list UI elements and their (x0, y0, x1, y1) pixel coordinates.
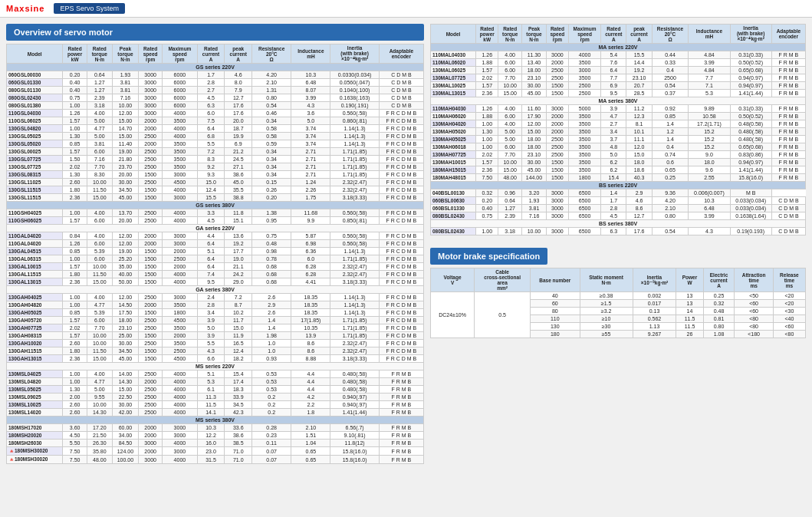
brake-electric-cell: 0.48 (703, 308, 735, 315)
brake-electric-cell: 0.25 (703, 292, 735, 300)
brake-static-header: Static momentN·m (580, 268, 633, 292)
table-row: 130MAL130152.3615.0045.00150025009.528.5… (431, 90, 806, 97)
brake-section-title: Motor brake specification (430, 248, 547, 265)
table-row: 180MSH260305.5026.3084.503000400016.038.… (7, 440, 424, 447)
table-row: 180MSH170203.6017.2060.002000300010.333.… (7, 424, 424, 432)
table-row: 130GAL100151.5710.0035.00150020006.421.1… (7, 263, 424, 271)
col-rated-power: RatedpowerkW (63, 44, 87, 64)
brake-base-cell: 180 (531, 331, 580, 338)
brake-base-cell: 110 (531, 315, 580, 323)
table-row: 130MAH050201.305.0015.00200035003.410.11… (431, 128, 806, 136)
brake-power-cell: 13 (676, 292, 703, 300)
table-row: 130MAH040201.004.0012.00200035002.78.11.… (431, 120, 806, 128)
brake-electric-cell: 1.08 (703, 331, 735, 338)
table-row: 130GSL048201.004.7714.70200040006.418.70… (7, 125, 424, 133)
r-col-model: Model (431, 25, 476, 44)
brake-static-cell: ≥3.2 (580, 308, 633, 315)
table-row: 130GAL115151.8011.5040.00150040007.424.2… (7, 271, 424, 278)
col-peak-torque: PeaktorqueN·m (112, 44, 138, 64)
table-row: 110GSL060251.575.0015.00200035007.520.00… (7, 117, 424, 125)
table-row: 110MAH040301.264.0011.60300050003.911.20… (431, 105, 806, 113)
col-inertia: Inertia(with brake)×10⁻⁴kg·m² (330, 44, 379, 64)
r-col-inertia: Inertia(with brake)×10⁻⁴kg·m² (730, 25, 771, 44)
table-row: 130MAL060251.576.0018.00250030006.419.20… (431, 67, 806, 74)
brake-base-cell: 40 (531, 292, 580, 300)
table-row: 130GAH040251.004.0012.00250030002.47.22.… (7, 294, 424, 301)
left-panel: Overview of servo motor Model Ratedpower… (6, 24, 424, 464)
col-resistance: Resistance20°CΩ (252, 44, 291, 64)
brake-inertia-cell: 0.562 (633, 315, 676, 323)
system-label: EPS Servo System (54, 3, 125, 14)
table-row: 080BSL024301.003.1810.00300065006.317.60… (431, 228, 806, 235)
r-col-rated-power: RatedpowerkW (476, 25, 498, 44)
brake-table-row: DC24±10%0.540≥0.380.002130.25<50<20 (431, 292, 806, 300)
brake-release-cell: <80 (773, 331, 805, 338)
table-row: 130GSL115151.8011.5034.501500400012.435.… (7, 186, 424, 194)
table-row: 130GAL045150.855.3919.00150020005.117.70… (7, 248, 424, 255)
table-row: 110MAL040301.264.0011.30300040005.415.50… (431, 51, 806, 59)
brake-electric-cell: 0.80 (703, 323, 735, 331)
main-content: Overview of servo motor Model Ratedpower… (0, 18, 812, 470)
table-row: 110GSL040301.264.0012.00300040006.017.60… (7, 110, 424, 117)
table-row: 180MAH480157.5048.00144.001500180015.440… (431, 174, 806, 182)
table-row: 110GAL040201.266.0012.00200030006.419.20… (7, 240, 424, 248)
r-col-peak-torque: PeaktorqueN·m (521, 25, 546, 44)
table-row: 110GSH040251.004.0013.70250040003.311.81… (7, 209, 424, 217)
table-row: 130GSL083151.308.3020.00150030009.338.60… (7, 171, 424, 179)
brake-power-cell: 11.5 (676, 323, 703, 331)
r-col-rated-speed: Ratedspeedrpm (546, 25, 568, 44)
brake-static-cell: ≥0.38 (580, 292, 633, 300)
brake-release-cell: <40 (773, 315, 805, 323)
r-col-max-speed: Maximumspeedrpm (568, 25, 600, 44)
table-row: 130GAH057201.576.0018.00250045003.911.71… (7, 317, 424, 324)
r-col-rated-current: RatedcurrentA (601, 25, 626, 44)
table-row: 130GSL110252.6010.0030.002500450015.045.… (7, 179, 424, 186)
col-max-speed: Maximumspeedrpm (163, 44, 198, 64)
table-row: 130GAH115151.8011.5034.50150025004.312.4… (7, 347, 424, 355)
right-panel: Model RatedpowerkW RatedtorqueN·m Peakto… (430, 24, 806, 464)
overview-title: Overview of servo motor (6, 24, 424, 41)
table-row: 130MAH077252.027.7023.10250035005.015.00… (431, 151, 806, 159)
table-row: 130MSL048201.004.7714.30200040005.317.40… (7, 378, 424, 386)
col-rated-torque: RatedtorqueN·m (87, 44, 112, 64)
brake-attraction-cell: <60 (735, 308, 773, 315)
table-row: 180MAH150152.3615.0045.00150035006.218.6… (431, 166, 806, 174)
table-row: 130GAH050250.855.3917.50150018003.410.22… (7, 309, 424, 317)
table-row: 080BSL024300.752.397.16300065004.512.70.… (431, 212, 806, 220)
brake-cca-cell: 0.5 (475, 292, 531, 338)
col-peak-current: peakcurrentA (225, 44, 252, 64)
r-col-peak-current: peakcurrentA (626, 25, 652, 44)
brake-attraction-cell: <180 (735, 331, 773, 338)
brake-release-cell: <30 (773, 308, 805, 315)
table-row: 130MSL050251.305.0015.00250040006.118.30… (7, 386, 424, 394)
table-row: 110GAL040200.844.0012.00200030004.413.60… (7, 232, 424, 240)
brake-table: VoltageV Cablecross-sectionalareamm² Bas… (430, 268, 806, 338)
brake-electric-cell: 0.32 (703, 300, 735, 308)
brake-base-cell: 60 (531, 300, 580, 308)
table-row: 060BSL013300.401.273.81300065002.88.62.1… (431, 205, 806, 212)
brake-release-header: Releasetimems (773, 268, 805, 292)
table-row: 130MAH050251.005.0018.00250035003.711.11… (431, 136, 806, 143)
table-row: 130GSL077251.507.1621.80250035008.324.50… (7, 156, 424, 163)
brake-power-cell: 14 (676, 308, 703, 315)
brake-attraction-header: Attractiontimems (735, 268, 773, 292)
brake-inertia-cell: 1.13 (633, 323, 676, 331)
brake-cca-header: Cablecross-sectionalareamm² (475, 268, 531, 292)
table-row: 130MSL040251.004.0014.00250040005.115.40… (7, 370, 424, 378)
brake-release-cell: <20 (773, 292, 805, 300)
brake-attraction-cell: <80 (735, 315, 773, 323)
table-row: 130GSL050251.305.0015.00250040006.819.90… (7, 133, 424, 140)
table-row: 130MAH060181.006.0018.00250035004.812.00… (431, 143, 806, 151)
table-row: 060GSL000300.200.641.93300060001.74.64.2… (7, 71, 424, 79)
brake-inertia-cell: 0.13 (633, 308, 676, 315)
brake-electric-cell: 0.81 (703, 315, 735, 323)
brake-static-cell: ≥1.5 (580, 300, 633, 308)
table-row: 060GSL013300.401.273.81300060002.88.02.1… (7, 79, 424, 87)
brake-power-cell: 26 (676, 331, 703, 338)
brake-attraction-cell: <50 (735, 292, 773, 300)
table-row: 130GAH048201.004.7714.50200035002.88.72.… (7, 301, 424, 309)
table-row: 130GAH130152.3615.0045.00150045006.618.2… (7, 355, 424, 363)
brake-power-header: PowerW (676, 268, 703, 292)
brake-attraction-cell: <80 (735, 323, 773, 331)
brake-power-cell: 13 (676, 300, 703, 308)
